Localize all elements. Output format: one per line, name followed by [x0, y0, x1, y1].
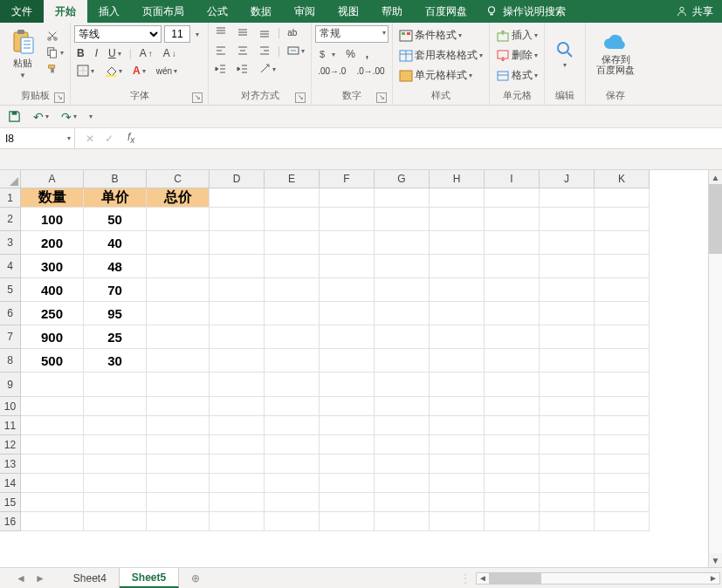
cell[interactable] [540, 349, 595, 373]
cell[interactable] [595, 435, 650, 455]
column-header[interactable]: K [595, 170, 650, 188]
font-color-button[interactable]: A▾ [130, 64, 148, 78]
cell[interactable] [265, 302, 320, 325]
select-all-button[interactable] [0, 170, 21, 188]
tab-baidu[interactable]: 百度网盘 [414, 0, 478, 23]
row-header[interactable]: 5 [0, 278, 21, 302]
accounting-format-button[interactable]: $▾ [315, 47, 338, 61]
cell[interactable] [485, 208, 540, 231]
enter-formula-button[interactable]: ✓ [105, 133, 113, 145]
sheet-nav-next[interactable]: ► [35, 572, 45, 585]
wrap-text-button[interactable]: ab [285, 27, 299, 38]
cell[interactable] [265, 397, 320, 416]
bold-button[interactable]: B [74, 46, 87, 60]
increase-font-button[interactable]: A↑ [137, 46, 155, 60]
cell[interactable] [147, 493, 210, 512]
cell[interactable] [430, 208, 485, 231]
cell[interactable] [540, 278, 595, 302]
cell[interactable]: 25 [84, 325, 147, 349]
cell[interactable] [265, 325, 320, 349]
underline-button[interactable]: U▾ [106, 46, 124, 60]
conditional-format-button[interactable]: 条件格式▾ [396, 27, 485, 44]
cell[interactable] [540, 373, 595, 397]
cell[interactable]: 48 [84, 255, 147, 278]
cell[interactable] [540, 493, 595, 512]
cell[interactable] [595, 255, 650, 278]
align-bottom-button[interactable] [256, 25, 273, 39]
cell[interactable] [320, 416, 375, 435]
cell[interactable] [265, 188, 320, 208]
cell[interactable] [84, 493, 147, 512]
cell[interactable] [147, 278, 210, 302]
cell[interactable] [320, 208, 375, 231]
cell[interactable] [485, 455, 540, 474]
sheet-nav-prev[interactable]: ◄ [16, 572, 26, 585]
cell[interactable] [21, 474, 84, 493]
cell[interactable] [320, 373, 375, 397]
cell[interactable] [210, 188, 265, 208]
cell[interactable] [540, 255, 595, 278]
cell[interactable] [375, 373, 430, 397]
cell[interactable] [320, 325, 375, 349]
tab-view[interactable]: 视图 [327, 0, 370, 23]
cell[interactable] [210, 255, 265, 278]
cell[interactable] [210, 397, 265, 416]
cell[interactable] [147, 302, 210, 325]
cell[interactable] [595, 208, 650, 231]
cell[interactable] [84, 397, 147, 416]
tab-home[interactable]: 开始 [44, 0, 87, 23]
cell[interactable] [595, 278, 650, 302]
copy-button[interactable]: ▾ [44, 45, 66, 59]
cell[interactable] [595, 231, 650, 255]
increase-decimal-button[interactable]: .00→.0 [315, 65, 348, 77]
cell[interactable] [210, 373, 265, 397]
cell[interactable] [265, 349, 320, 373]
cell[interactable] [265, 435, 320, 455]
cell[interactable] [595, 373, 650, 397]
cell[interactable]: 50 [84, 208, 147, 231]
align-center-button[interactable] [234, 44, 251, 58]
vertical-scrollbar[interactable]: ▲ ▼ [708, 170, 722, 567]
tell-me-search[interactable]: 操作说明搜索 [485, 0, 566, 23]
cell[interactable] [485, 397, 540, 416]
cell[interactable] [210, 302, 265, 325]
row-header[interactable]: 9 [0, 373, 21, 397]
cell[interactable] [485, 188, 540, 208]
font-size-input[interactable] [164, 25, 190, 43]
cell[interactable] [21, 512, 84, 531]
align-top-button[interactable] [212, 25, 230, 39]
cell[interactable] [210, 349, 265, 373]
cell[interactable] [21, 373, 84, 397]
cell[interactable] [147, 349, 210, 373]
cell[interactable] [265, 208, 320, 231]
cell[interactable]: 400 [21, 278, 84, 302]
cell[interactable] [320, 255, 375, 278]
cell[interactable] [147, 208, 210, 231]
column-header[interactable]: F [320, 170, 375, 188]
cell[interactable] [320, 474, 375, 493]
cell[interactable] [210, 512, 265, 531]
cell[interactable] [84, 512, 147, 531]
cell[interactable] [595, 188, 650, 208]
cell[interactable] [430, 325, 485, 349]
cell[interactable] [430, 416, 485, 435]
row-header[interactable]: 15 [0, 493, 21, 512]
find-button[interactable]: ▾ [548, 25, 581, 83]
cell[interactable] [84, 474, 147, 493]
cell[interactable] [430, 349, 485, 373]
cell[interactable] [210, 231, 265, 255]
row-header[interactable]: 10 [0, 397, 21, 416]
cell[interactable] [320, 435, 375, 455]
cell[interactable] [485, 435, 540, 455]
column-header[interactable]: E [265, 170, 320, 188]
cell[interactable]: 95 [84, 302, 147, 325]
cell[interactable] [595, 302, 650, 325]
cell[interactable] [375, 255, 430, 278]
column-header[interactable]: G [375, 170, 430, 188]
sheet-tab-sheet5[interactable]: Sheet5 [120, 568, 179, 588]
cell[interactable]: 数量 [21, 188, 84, 208]
cell[interactable] [21, 455, 84, 474]
cell[interactable] [320, 397, 375, 416]
tab-formulas[interactable]: 公式 [196, 0, 239, 23]
row-header[interactable]: 12 [0, 435, 21, 455]
